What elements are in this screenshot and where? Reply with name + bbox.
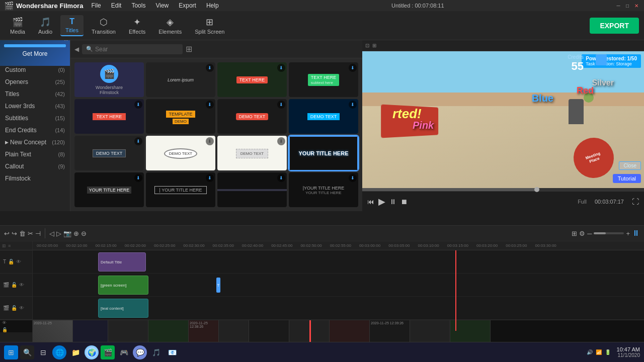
filmstrip-lock-icon[interactable]: 🔓 xyxy=(2,327,30,332)
toolbar-effects[interactable]: ✦ Effects xyxy=(124,15,150,37)
download-icon[interactable]: ⬇ xyxy=(206,137,214,145)
taskbar-steam[interactable]: 🎮 xyxy=(117,345,131,359)
maximize-icon[interactable]: □ xyxy=(624,2,631,9)
toolbar-elements[interactable]: ◈ Elements xyxy=(153,15,187,37)
collapse-left-icon[interactable]: ◀ xyxy=(74,46,79,53)
tl-zoom-slider-plus[interactable]: + xyxy=(626,230,630,237)
thumb-more-effects[interactable]: 🎬 WondershareFilmstock More Effects xyxy=(74,62,144,97)
taskbar-search[interactable]: 🔍 xyxy=(20,345,34,359)
taskbar-app10[interactable]: 📧 xyxy=(165,345,179,359)
thumb-callout1[interactable]: TEXT HERE ⬇ Callout 1 xyxy=(217,62,287,97)
track-settings-icon[interactable]: ≡ xyxy=(8,243,11,248)
panel-callout[interactable]: Callout (9) xyxy=(0,160,70,172)
thumb-callout4[interactable]: TEMPLATE DEMO ⬇ Callout 4 xyxy=(146,99,215,134)
clip-text-marker[interactable]: T xyxy=(216,278,220,293)
tl-zoom-slider-minus[interactable]: ─ xyxy=(587,230,592,237)
thumb-callout5[interactable]: DEMO TEXT ⬇ Callout 5 xyxy=(217,99,287,134)
track2-eye-icon[interactable]: 👁 xyxy=(19,282,24,288)
pause-button[interactable]: ⏸ xyxy=(389,198,396,206)
thumb-burst[interactable]: DEMO TEXT ⬇ Burst xyxy=(217,136,287,170)
download-icon[interactable]: ⬇ xyxy=(206,174,214,182)
panel-endcredits[interactable]: End Credits (14) xyxy=(0,124,70,136)
download-icon[interactable]: ⬇ xyxy=(206,101,214,109)
menu-edit[interactable]: Edit xyxy=(109,1,124,10)
thumb-row2-d[interactable]: |YOUR TITLE HERE YOUR TITLE HERE ⬇ xyxy=(289,172,358,207)
taskbar-folder[interactable]: 📁 xyxy=(68,345,83,359)
download-icon[interactable]: ⬇ xyxy=(134,101,142,109)
thumb-callout2[interactable]: TEXT HEREsubtext here ⬇ Callout 2 xyxy=(289,62,358,97)
panel-filmstock[interactable]: Filmstock xyxy=(0,172,70,185)
toolbar-split-screen[interactable]: ⊞ Split Screen xyxy=(190,15,229,37)
toolbar-titles[interactable]: T Titles xyxy=(60,15,84,36)
preview-icon1[interactable]: ⊡ xyxy=(365,43,369,48)
panel-newconcept[interactable]: ▶ New Concept (120) xyxy=(0,136,70,148)
taskbar-filmora[interactable]: 🎬 xyxy=(101,345,115,359)
taskbar-app9[interactable]: 🎵 xyxy=(149,345,163,359)
play-button[interactable]: ▶ xyxy=(378,196,385,207)
download-icon[interactable]: ⬇ xyxy=(277,64,285,72)
menu-help[interactable]: Help xyxy=(204,1,221,10)
track3-eye-icon[interactable]: 👁 xyxy=(19,305,24,311)
clip-green-screen[interactable]: [green screen] xyxy=(98,276,148,295)
download-icon[interactable]: ⬇ xyxy=(277,174,285,182)
minimize-icon[interactable]: ─ xyxy=(615,2,622,9)
ad-banner[interactable]: ✕ Get More xyxy=(0,40,70,66)
panel-openers[interactable]: Openers (25) xyxy=(0,76,70,88)
tray-icon-1[interactable]: 🔊 xyxy=(587,349,593,355)
skip-back-button[interactable]: ⏮ xyxy=(367,198,374,206)
tl-zoom-in[interactable]: ⊕ xyxy=(73,230,79,237)
track1-lock-icon[interactable]: 🔓 xyxy=(8,259,14,264)
track2-lock-icon[interactable]: 🔓 xyxy=(11,282,17,288)
thumb-callout7[interactable]: DEMO TEXT ⬇ Callout 7 xyxy=(74,136,144,170)
close-icon[interactable]: ✕ xyxy=(633,2,640,9)
tl-settings[interactable]: ⚙ xyxy=(579,230,585,237)
tray-icon-3[interactable]: 🔋 xyxy=(605,349,611,355)
taskbar-chrome[interactable]: 🌍 xyxy=(85,345,99,359)
add-track-icon[interactable]: ⊞ xyxy=(2,243,6,248)
thumb-thought-bubble[interactable]: DEMO TEXT ⬇ Thought Bubble xyxy=(146,136,215,170)
tl-split[interactable]: ⊣ xyxy=(35,230,41,237)
fullscreen-button[interactable]: ⛶ xyxy=(632,198,639,206)
panel-lower3rds[interactable]: Lower 3rds (43) xyxy=(0,100,70,112)
track1-eye-icon[interactable]: 👁 xyxy=(16,259,21,264)
toolbar-transition[interactable]: ⬡ Transition xyxy=(87,15,121,37)
tray-icon-2[interactable]: 📶 xyxy=(596,349,602,355)
download-icon[interactable]: ⬇ xyxy=(277,137,285,145)
thumb-row2-a[interactable]: YOUR TITLE HERE ⬇ xyxy=(74,172,144,207)
export-button[interactable]: EXPORT xyxy=(590,18,639,34)
tl-pause-render[interactable]: ⏸ xyxy=(632,229,640,238)
clip-default-title[interactable]: Default Title xyxy=(98,252,146,272)
tl-redo[interactable]: ↪ xyxy=(12,230,17,237)
taskbar-edge[interactable]: 🌐 xyxy=(52,345,66,359)
menu-file[interactable]: File xyxy=(89,1,103,10)
taskbar-task-view[interactable]: ⊟ xyxy=(36,345,50,359)
preview-icon2[interactable]: ⊞ xyxy=(372,43,376,48)
panel-subtitles[interactable]: Subtitles (15) xyxy=(0,112,70,124)
download-icon[interactable]: ⬇ xyxy=(134,137,142,145)
tracks-scroll-area[interactable]: 00:02:05:00 00:02:10:00 00:02:15:00 00:0… xyxy=(33,241,644,342)
track3-lock-icon[interactable]: 🔓 xyxy=(11,305,17,311)
panel-titles[interactable]: Titles (42) xyxy=(0,88,70,100)
download-icon[interactable]: ⬇ xyxy=(349,101,357,109)
download-icon[interactable]: ⬇ xyxy=(349,64,357,72)
panel-plaintext[interactable]: Plain Text (8) xyxy=(0,148,70,160)
clip-teal[interactable]: [teal content] xyxy=(98,299,148,318)
tl-next-frame[interactable]: ▷ xyxy=(56,230,61,237)
download-icon[interactable]: ⬇ xyxy=(134,174,142,182)
tl-undo[interactable]: ↩ xyxy=(4,230,10,237)
toolbar-audio[interactable]: 🎵 Audio xyxy=(33,15,57,37)
menu-export[interactable]: Export xyxy=(177,1,198,10)
menu-tools[interactable]: Tools xyxy=(129,1,147,10)
thumb-callout6[interactable]: DEMO TEXT ⬇ Callout 6 xyxy=(289,99,358,134)
taskbar-discord[interactable]: 💬 xyxy=(133,345,147,359)
tl-cut[interactable]: ✂ xyxy=(28,230,33,237)
download-icon[interactable]: ⬇ xyxy=(206,64,214,72)
grid-options-icon[interactable]: ⊞ xyxy=(186,44,192,54)
tl-prev-frame[interactable]: ◁ xyxy=(49,230,54,237)
tl-add-track[interactable]: ⊞ xyxy=(572,230,577,237)
ad-close-icon[interactable]: ✕ xyxy=(64,40,68,42)
toolbar-media[interactable]: 🎬 Media xyxy=(5,15,30,37)
thumb-row2-c[interactable]: ⬇ xyxy=(217,172,287,207)
start-button[interactable]: ⊞ xyxy=(4,345,18,359)
stop-button[interactable]: ⏹ xyxy=(400,198,408,206)
